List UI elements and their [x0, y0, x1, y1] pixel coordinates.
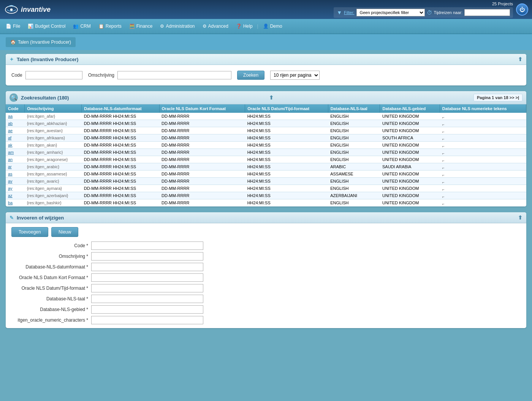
- zoeken-button[interactable]: Zoeken: [237, 71, 264, 80]
- code-link[interactable]: ba: [8, 200, 13, 205]
- search-panel: ✦ Talen (Invantive Producer) ⬆ Code Omsc…: [6, 54, 526, 85]
- code-link[interactable]: aa: [8, 114, 13, 118]
- table-row: aa {res:itgen_afar} DD-MM-RRRR HH24:MI:S…: [6, 113, 526, 120]
- col-db-datum[interactable]: Database-NLS-datumformaat: [82, 104, 159, 113]
- form-icon: ✎: [10, 215, 14, 221]
- table-row: af {res:itgen_afrikaans} DD-MM-RRRR HH24…: [6, 134, 526, 142]
- cell-db-gebied: UNITED KINGDOM: [380, 142, 440, 149]
- nav-advanced-label: Advanced: [208, 24, 228, 29]
- col-db-gebied[interactable]: Database-NLS-gebied: [380, 104, 440, 113]
- cell-omschrijving: {res:itgen_abkhazian}: [25, 120, 82, 127]
- db-nls-gebied-input[interactable]: [91, 305, 203, 314]
- cell-oracle-tijd: HH24:MI:SS: [245, 134, 328, 142]
- cell-db-gebied: UNITED KINGDOM: [380, 178, 440, 185]
- cell-db-datum: DD-MM-RRRR HH24:MI:SS: [82, 149, 159, 156]
- col-db-taal[interactable]: Database-NLS-taal: [328, 104, 380, 113]
- nav-item-help[interactable]: ❓ Help: [232, 22, 256, 30]
- cell-db-datum: DD-MM-RRRR HH24:MI:SS: [82, 134, 159, 142]
- db-nls-taal-input[interactable]: [91, 295, 203, 303]
- nav-item-advanced[interactable]: ⚙ Advanced: [199, 22, 232, 30]
- results-collapse-btn[interactable]: ⬆: [269, 95, 274, 101]
- search-panel-collapse[interactable]: ⬆: [518, 56, 522, 62]
- code-link[interactable]: ay: [8, 186, 13, 191]
- nav-item-file[interactable]: 📄 File: [2, 22, 24, 30]
- table-row: ay {res:itgen_aymara} DD-MM-RRRR HH24:MI…: [6, 185, 526, 192]
- form-section-body: Toevoegen Nieuw Code * Omschrijving * Da…: [6, 223, 526, 328]
- cell-db-datum: DD-MM-RRRR HH24:MI:SS: [82, 113, 159, 120]
- nieuw-button[interactable]: Nieuw: [51, 227, 78, 237]
- power-button[interactable]: ⏻: [516, 3, 528, 16]
- cell-db-datum: DD-MM-RRRR HH24:MI:SS: [82, 127, 159, 134]
- nav-item-demo[interactable]: 👤 Demo: [259, 22, 286, 30]
- col-omschrijving[interactable]: Omschrijving: [25, 104, 82, 113]
- code-link[interactable]: av: [8, 179, 13, 183]
- code-link[interactable]: ae: [8, 128, 13, 133]
- code-link[interactable]: as: [8, 172, 13, 176]
- code-field-label: Code *: [11, 243, 91, 248]
- code-input[interactable]: [25, 71, 82, 79]
- code-link[interactable]: af: [8, 136, 11, 140]
- code-link[interactable]: ab: [8, 121, 13, 126]
- nav-item-budget[interactable]: 📊 Budget Control: [24, 22, 69, 30]
- toevoegen-button[interactable]: Toevoegen: [11, 227, 48, 237]
- nav-item-administration[interactable]: ⚙ Administration: [156, 22, 198, 30]
- cell-db-datum: DD-MM-RRRR HH24:MI:SS: [82, 163, 159, 171]
- omschrijving-field-input[interactable]: [91, 252, 203, 260]
- tijdreizen-input[interactable]: [464, 9, 510, 16]
- cell-omschrijving: {res:itgen_aragonese}: [25, 156, 82, 163]
- crm-icon: 👥: [73, 24, 79, 29]
- cell-oracle-tijd: HH24:MI:SS: [245, 178, 328, 185]
- cell-db-datum: DD-MM-RRRR HH24:MI:SS: [82, 156, 159, 163]
- form-section-collapse[interactable]: ⬆: [518, 215, 522, 221]
- code-link[interactable]: am: [8, 150, 14, 155]
- oracle-nls-kort-input[interactable]: [91, 273, 203, 282]
- table-body: aa {res:itgen_afar} DD-MM-RRRR HH24:MI:S…: [6, 113, 526, 207]
- code-link[interactable]: az: [8, 193, 13, 198]
- cell-db-gebied: UNITED KINGDOM: [380, 113, 440, 120]
- form-section-title: Invoeren of wijzigen: [17, 215, 64, 221]
- cell-oracle-kort: DD-MM-RRRR: [159, 163, 245, 171]
- code-link[interactable]: an: [8, 157, 13, 162]
- col-oracle-tijd[interactable]: Oracle NLS Datum/Tijd-formaat: [245, 104, 328, 113]
- oracle-nls-tijd-input[interactable]: [91, 284, 203, 292]
- col-nls-num[interactable]: Database NLS numerieke tekens: [440, 104, 526, 113]
- nav-budget-label: Budget Control: [35, 24, 65, 29]
- col-oracle-kort[interactable]: Oracle NLS Datum Kort Formaat: [159, 104, 245, 113]
- db-nls-datum-label: Database-NLS-datumformaat *: [11, 264, 91, 270]
- cell-nls-num: ,.: [440, 171, 526, 178]
- db-nls-datum-input[interactable]: [91, 263, 203, 271]
- col-code[interactable]: Code: [6, 104, 25, 113]
- cell-db-taal: ENGLISH: [328, 134, 380, 142]
- pagination-info[interactable]: Pagina 1 van 18 >> >|: [473, 94, 522, 101]
- reports-icon: 📋: [98, 24, 104, 29]
- rows-per-page-select[interactable]: 10 rijen per pagina 25 rijen per pagina …: [270, 71, 320, 80]
- db-nls-gebied-label: Database-NLS-gebied *: [11, 307, 91, 312]
- table-row: am {res:itgen_amharic} DD-MM-RRRR HH24:M…: [6, 149, 526, 156]
- table-row: ab {res:itgen_abkhazian} DD-MM-RRRR HH24…: [6, 120, 526, 127]
- code-field: Code: [11, 71, 82, 79]
- cell-code: am: [6, 149, 25, 156]
- filter-select[interactable]: Geen projectspecifiek filter: [356, 9, 425, 16]
- breadcrumb-home[interactable]: 🏠 Talen (Invantive Producer): [6, 37, 76, 47]
- cell-nls-num: ,.: [440, 185, 526, 192]
- omschrijving-label: Omschrijving: [88, 73, 114, 78]
- budget-icon: 📊: [28, 24, 33, 29]
- nav-demo-label: Demo: [270, 24, 282, 29]
- code-link[interactable]: ar: [8, 164, 12, 169]
- cell-code: an: [6, 156, 25, 163]
- panel-icon: ✦: [10, 57, 14, 62]
- filter-label[interactable]: Filter:: [344, 10, 355, 15]
- itgen-oracle-input[interactable]: [91, 316, 203, 324]
- code-link[interactable]: ak: [8, 143, 13, 147]
- nav-item-finance[interactable]: 🧮 Finance: [125, 22, 157, 30]
- omschrijving-input[interactable]: [117, 71, 231, 79]
- home-icon: 🏠: [10, 39, 16, 45]
- cell-db-datum: DD-MM-RRRR HH24:MI:SS: [82, 192, 159, 199]
- nav-item-reports[interactable]: 📋 Reports: [95, 22, 125, 30]
- form-section-header: ✎ Invoeren of wijzigen ⬆: [6, 212, 526, 223]
- code-field-input[interactable]: [91, 242, 203, 250]
- cell-nls-num: ,.: [440, 199, 526, 207]
- cell-oracle-kort: DD-MM-RRRR: [159, 171, 245, 178]
- nav-item-crm[interactable]: 👥 CRM: [69, 22, 94, 30]
- svg-point-1: [10, 8, 13, 11]
